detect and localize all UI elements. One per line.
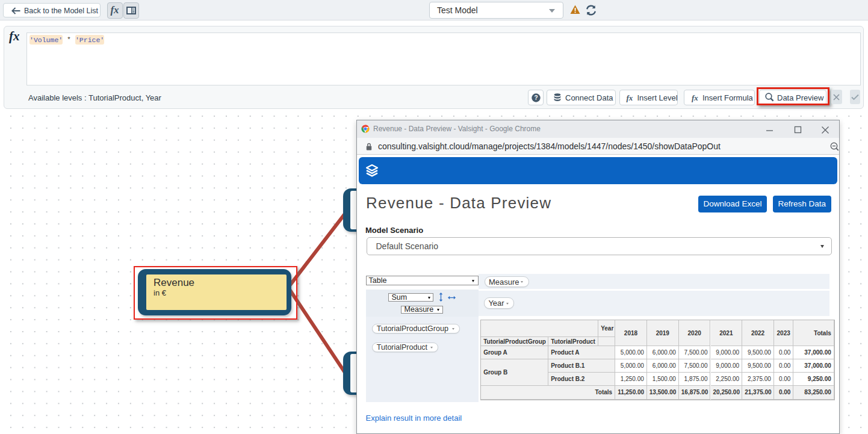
svg-text:?: ? bbox=[534, 95, 538, 101]
